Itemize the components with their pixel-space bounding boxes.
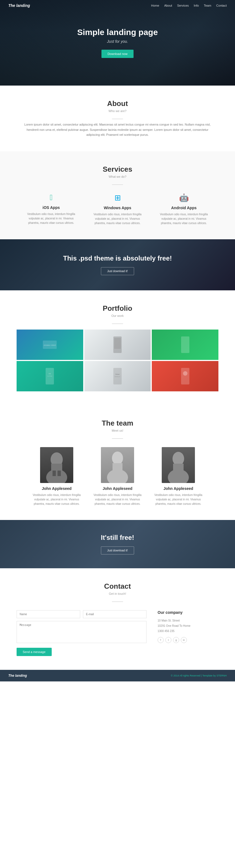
portfolio-item-6-inner	[152, 361, 218, 391]
services-grid:  iOS Apps Vestibulum odio risus, interd…	[17, 193, 218, 225]
hero-subtitle: Just for you.	[77, 39, 158, 43]
team-member-1-desc: Vestibulum odio risus, interdum fringill…	[30, 493, 83, 506]
services-divider	[112, 184, 123, 185]
company-address-line2: 10291 One Road To Home	[158, 623, 218, 628]
nav-services[interactable]: Services	[177, 4, 189, 7]
team-member-2-desc: Vestibulum odio risus, interdum fringill…	[91, 493, 144, 506]
service-item-ios:  iOS Apps Vestibulum odio risus, interd…	[24, 193, 79, 225]
banner1-text: This .psd theme is absolutely free!	[17, 254, 218, 262]
contact-title: Contact	[17, 582, 218, 591]
contact-form: Send a message	[17, 610, 147, 656]
form-name-email-row	[17, 610, 147, 618]
android-desc: Vestibulum odio risus, interdum fringill…	[156, 212, 211, 225]
nav-contact[interactable]: Contact	[216, 4, 227, 7]
portfolio-item-2[interactable]	[84, 330, 151, 360]
windows-desc: Vestibulum odio risus, interdum fringill…	[90, 212, 145, 225]
email-input[interactable]	[83, 610, 147, 618]
team-grid: John Appleseed Vestibulum odio risus, in…	[17, 447, 218, 506]
contact-grid: Send a message Our company 10 Main St. S…	[17, 610, 218, 656]
team-title: The team	[17, 419, 218, 428]
company-address: 10 Main St. Street 10291 One Road To Hom…	[158, 618, 218, 634]
about-subtitle: Who we are?	[17, 109, 218, 113]
footer-copyright: © 2014 All rights Reserved | Template by…	[171, 674, 227, 677]
contact-header: Contact Get in touch!	[17, 582, 218, 602]
portfolio-item-4-inner: iOS In a Peek	[17, 361, 83, 391]
svg-text:Robert: Robert	[115, 373, 120, 375]
contact-section: Contact Get in touch! Send a message Our…	[0, 568, 235, 670]
portfolio-item-6[interactable]	[152, 361, 218, 391]
portfolio-item-3-inner	[152, 330, 218, 360]
portfolio-item-1-inner: znowu robot	[17, 330, 83, 360]
svg-rect-11	[181, 368, 189, 384]
portfolio-item-2-inner	[84, 330, 151, 360]
android-title: Android Apps	[156, 206, 211, 210]
banner1-cta-button[interactable]: Just download it!	[101, 267, 134, 275]
portfolio-item-1[interactable]: znowu robot	[17, 330, 83, 360]
portfolio-item-4[interactable]: iOS In a Peek	[17, 361, 83, 391]
windows-icon: ⊞	[90, 193, 145, 202]
services-subtitle: What we do?	[17, 175, 218, 178]
team-member-2-name: John Appleseed	[91, 486, 144, 491]
banner2-section: It'still free! Just download it!	[0, 520, 235, 568]
android-icon: 🤖	[156, 193, 211, 202]
ios-title: iOS Apps	[24, 205, 79, 210]
services-title: Services	[17, 165, 218, 174]
svg-text:In a Peek: In a Peek	[48, 375, 52, 377]
about-divider	[112, 119, 123, 119]
nav-about[interactable]: About	[164, 4, 172, 7]
facebook-icon[interactable]: f	[158, 637, 164, 643]
svg-text:Downey Jr.: Downey Jr.	[115, 376, 120, 377]
team-member-1: John Appleseed Vestibulum odio risus, in…	[30, 447, 83, 506]
svg-rect-17	[57, 471, 61, 476]
about-title: About	[17, 99, 218, 108]
banner2-cta-button[interactable]: Just download it!	[101, 547, 134, 555]
service-item-android: 🤖 Android Apps Vestibulum odio risus, in…	[156, 193, 211, 225]
nav-info[interactable]: Info	[194, 4, 199, 7]
hero-cta-button[interactable]: Download now	[102, 50, 133, 58]
nav-home[interactable]: Home	[151, 4, 159, 7]
googleplus-icon[interactable]: g	[173, 637, 179, 643]
contact-divider	[112, 601, 123, 602]
company-address-line1: 10 Main St. Street	[158, 618, 218, 623]
portfolio-grid: znowu robot iOS	[17, 330, 218, 391]
footer-logo: The landing	[8, 674, 27, 678]
portfolio-item-3[interactable]	[152, 330, 218, 360]
ios-desc: Vestibulum odio risus, interdum fringill…	[24, 212, 79, 225]
team-photo-2	[101, 447, 134, 483]
windows-title: Windows Apps	[90, 206, 145, 210]
svg-rect-20	[112, 463, 123, 474]
portfolio-item-5[interactable]: Robert Downey Jr.	[84, 361, 151, 391]
contact-info: Our company 10 Main St. Street 10291 One…	[158, 610, 218, 656]
banner1-section: This .psd theme is absolutely free! Just…	[0, 239, 235, 290]
navigation: The landing Home About Services Info Tea…	[0, 0, 235, 11]
svg-rect-16	[53, 471, 56, 476]
portfolio-divider	[112, 323, 123, 324]
ios-icon: 	[24, 193, 79, 202]
social-icons: f t g in	[158, 637, 218, 643]
team-photo-1	[40, 447, 73, 483]
portfolio-section: Portfolio Our work znowu robot	[0, 290, 235, 405]
footer-brand: STERNH	[216, 674, 227, 677]
banner2-text: It'still free!	[17, 534, 218, 541]
team-photo-3	[162, 447, 195, 483]
name-input[interactable]	[17, 610, 80, 618]
message-textarea[interactable]	[17, 621, 147, 643]
footer: The landing © 2014 All rights Reserved |…	[0, 670, 235, 681]
svg-rect-3	[114, 338, 121, 349]
svg-text:znowu robot: znowu robot	[44, 344, 56, 346]
nav-logo[interactable]: The landing	[8, 3, 30, 8]
team-member-3: John Appleseed Vestibulum odio risus, in…	[152, 447, 205, 506]
nav-team[interactable]: Team	[204, 4, 211, 7]
company-phone: 1300 456 235	[158, 628, 218, 634]
footer-copy-text: © 2014 All rights Reserved | Template by	[171, 674, 216, 677]
service-item-windows: ⊞ Windows Apps Vestibulum odio risus, in…	[90, 193, 145, 225]
hero-section: Simple landing page Just for you. Downlo…	[0, 0, 235, 86]
submit-button[interactable]: Send a message	[17, 648, 52, 656]
contact-subtitle: Get in touch!	[17, 592, 218, 595]
twitter-icon[interactable]: t	[165, 637, 172, 643]
svg-rect-4	[181, 336, 189, 353]
portfolio-item-5-inner: Robert Downey Jr.	[84, 361, 151, 391]
linkedin-icon[interactable]: in	[181, 637, 187, 643]
about-section: About Who we are? Lorem ipsum dolor sit …	[0, 86, 235, 151]
portfolio-title: Portfolio	[17, 304, 218, 313]
